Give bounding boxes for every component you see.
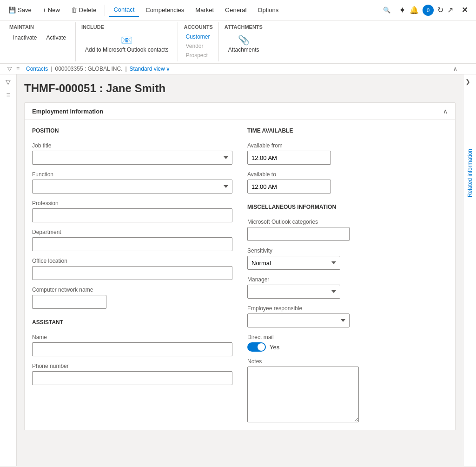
search-button[interactable]: 🔍 [378,4,395,16]
breadcrumb-contacts[interactable]: Contacts [26,66,48,72]
tab-market[interactable]: Market [191,4,218,16]
available-from-field: Available from [247,142,448,165]
employment-section: Employment information ∧ POSITION Job ti… [24,102,456,430]
attachments-items: 📎 Attachments [225,33,263,55]
ribbon-group-accounts: Accounts Customer Vendor Prospect [178,22,218,61]
outlook-categories-label: Microsoft Outlook categories [247,219,448,225]
available-to-field: Available to [247,171,448,193]
employee-responsible-field: Employee responsible [247,305,448,327]
employment-section-header: Employment information ∧ [25,103,455,120]
assistant-name-label: Name [32,334,232,340]
breadcrumb-up-icon[interactable]: ∧ [453,66,457,72]
new-button[interactable]: + New [38,4,65,16]
breadcrumb-record: 000003355 : GLOBAL INC. [55,66,123,72]
customer-button[interactable]: Customer [184,33,212,41]
ribbon-group-attachments: Attachments 📎 Attachments [219,22,269,61]
assistant-section-title: ASSISTANT [32,319,232,326]
inactivate-button[interactable]: Inactivate [9,33,40,43]
notes-label: Notes [247,358,448,365]
outlook-icon: 📧 [121,34,132,46]
assistant-name-input[interactable] [32,342,232,356]
assistant-name-field: Name [32,334,232,356]
chevron-down-icon: ∨ [166,66,170,72]
computer-network-input[interactable] [32,295,106,309]
employee-responsible-label: Employee responsible [247,305,448,312]
profession-input[interactable] [32,208,232,222]
include-title: Include [81,24,172,30]
notification-badge: 0 [423,5,434,16]
accounts-items: Customer Vendor Prospect [184,33,212,60]
settings-icon[interactable]: ✦ [399,5,406,15]
outlook-categories-field: Microsoft Outlook categories [247,219,448,241]
chevron-right-icon[interactable]: ❯ [465,78,470,85]
office-location-label: Office location [32,258,232,264]
misc-section-title: MISCELLANEOUS INFORMATION [247,204,448,210]
prospect-button[interactable]: Prospect [184,51,212,60]
filter-icon[interactable]: ▽ [7,66,12,72]
available-to-input[interactable] [247,180,331,193]
office-location-input[interactable] [32,266,232,280]
direct-mail-toggle[interactable] [247,342,266,352]
activate-button[interactable]: Activate [42,33,70,43]
close-button[interactable]: ✕ [457,3,472,17]
job-title-select[interactable] [32,151,232,165]
available-to-label: Available to [247,171,448,178]
toolbar-separator [105,5,105,16]
sensitivity-label: Sensitivity [247,247,448,254]
manager-label: Manager [247,276,448,283]
content-area: THMF-000051 : Jane Smith Employment info… [17,74,463,466]
sensitivity-field: Sensitivity Normal Personal Private Conf… [247,247,448,270]
refresh-icon[interactable]: ↻ [437,6,443,14]
save-icon: 💾 [8,7,16,13]
phone-number-field: Phone number [32,363,232,385]
add-outlook-button[interactable]: 📧 Add to Microsoft Outlook contacts [81,33,172,55]
ribbon-group-maintain: Maintain Inactivate Activate [4,22,76,61]
main-container: ▽ ≡ THMF-000051 : Jane Smith Employment … [0,74,476,466]
left-column: POSITION Job title Function [32,127,232,422]
phone-number-input[interactable] [32,371,232,385]
toolbar-right: 🔍 ✦ 🔔 0 ↻ ↗ ✕ [378,3,472,17]
notes-textarea[interactable] [247,367,359,422]
view-selector[interactable]: Standard view ∨ [130,66,170,72]
menu-left-icon[interactable]: ≡ [6,91,10,99]
department-input[interactable] [32,237,232,251]
outlook-categories-input[interactable] [247,227,350,241]
related-info-label[interactable]: Related information [467,149,473,197]
function-field: Function [32,171,232,193]
tab-contact[interactable]: Contact [109,3,139,17]
available-from-label: Available from [247,142,448,149]
computer-network-field: Computer network name [32,287,232,309]
manager-field: Manager [247,276,448,299]
attachments-button[interactable]: 📎 Attachments [225,33,263,55]
share-icon[interactable]: ↗ [447,6,453,14]
accounts-title: Accounts [184,24,212,30]
delete-button[interactable]: 🗑 Delete [66,4,101,16]
collapse-section-button[interactable]: ∧ [443,107,448,115]
tab-competencies[interactable]: Competencies [141,4,189,16]
left-icons-panel: ▽ ≡ [0,74,17,466]
manager-select[interactable] [247,285,340,299]
filter-left-icon[interactable]: ▽ [6,78,11,86]
profession-field: Profession [32,200,232,222]
function-label: Function [32,171,232,178]
delete-icon: 🗑 [71,7,77,13]
bell-icon[interactable]: 🔔 [410,6,419,14]
menu-icon[interactable]: ≡ [16,66,20,72]
function-select[interactable] [32,180,232,193]
save-button[interactable]: 💾 Save [4,4,36,16]
tab-general[interactable]: General [220,4,251,16]
sensitivity-select[interactable]: Normal Personal Private Confidential [247,256,340,270]
include-items: 📧 Add to Microsoft Outlook contacts [81,33,172,55]
employee-responsible-select[interactable] [247,314,350,327]
tab-options[interactable]: Options [253,4,283,16]
department-label: Department [32,229,232,235]
related-info-panel: ❯ Related information [463,74,476,466]
ribbon-group-include: Include 📧 Add to Microsoft Outlook conta… [76,22,178,61]
maintain-title: Maintain [9,24,70,30]
notes-field: Notes [247,358,448,422]
search-icon: 🔍 [383,7,390,13]
available-from-input[interactable] [247,151,331,165]
vendor-button[interactable]: Vendor [184,42,212,50]
time-available-section-title: TIME AVAILABLE [247,127,448,134]
breadcrumb-sep2: | [125,66,126,72]
